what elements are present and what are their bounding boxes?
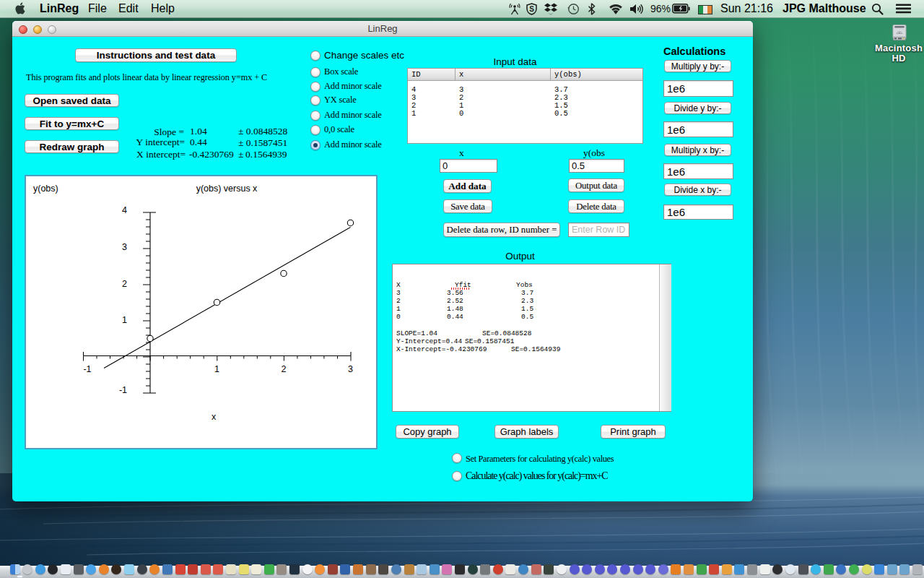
svg-text:y(obs) versus x: y(obs) versus x	[196, 184, 258, 194]
svg-text:4: 4	[122, 205, 127, 215]
svg-text:-1: -1	[83, 364, 91, 374]
svg-text:x: x	[212, 412, 217, 422]
svg-text:3: 3	[122, 242, 127, 252]
svg-text:1: 1	[122, 315, 127, 325]
svg-text:3: 3	[348, 364, 353, 374]
svg-text:1: 1	[214, 364, 219, 374]
svg-text:S: S	[529, 5, 534, 13]
svg-text:2: 2	[122, 279, 127, 289]
svg-text:2: 2	[282, 364, 287, 374]
svg-text:y(obs): y(obs)	[33, 184, 58, 194]
svg-text:-1: -1	[119, 385, 127, 395]
